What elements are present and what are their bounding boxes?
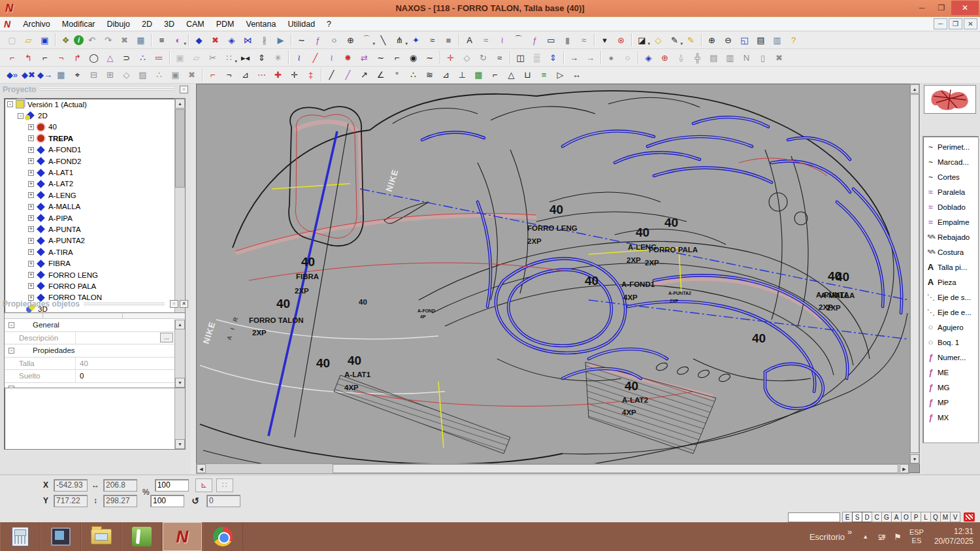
line-icon[interactable]: ╲ <box>375 33 391 48</box>
canvas-hscrollbar[interactable]: ◀ ▶ <box>196 463 909 474</box>
corner-arc1-icon[interactable]: ⌐ <box>4 50 20 65</box>
paste-icon[interactable]: ▱ <box>188 50 204 65</box>
tree-expander[interactable]: + <box>28 204 34 210</box>
section-row-general[interactable]: - General <box>5 319 185 332</box>
line-type-item[interactable]: ✎✎ Rebajado <box>923 229 978 244</box>
x-coordinate-field[interactable]: -542.93 <box>54 479 88 492</box>
tree-item[interactable]: + A-LAT1 <box>5 167 185 178</box>
rect-icon[interactable]: ▭ <box>543 33 559 48</box>
line-type-item[interactable]: ~ Perimet... <box>923 139 978 154</box>
taskbar-folder-button[interactable] <box>81 522 122 551</box>
tree-item[interactable]: + FORRO PALA <box>5 280 185 292</box>
layers-icon[interactable]: ≡ <box>154 33 170 48</box>
i-box-icon[interactable]: ▯ <box>755 50 771 65</box>
select-nodes-icon[interactable]: ∷ <box>221 50 237 65</box>
zoom-doc-icon[interactable]: ◱ <box>736 33 753 48</box>
rows-icon[interactable]: ▤ <box>706 50 722 65</box>
tree-item[interactable]: + A-FOND2 <box>5 156 185 167</box>
nodes2-icon[interactable]: ∴ <box>151 67 167 82</box>
line-type-item[interactable]: ≈ Doblado <box>923 199 978 214</box>
line-type-item[interactable]: ƒ MX <box>923 410 978 425</box>
pyramid-icon[interactable]: △ <box>102 50 118 65</box>
tree-item[interactable]: + A-LAT2 <box>5 178 185 190</box>
letter-toggle-button[interactable]: A <box>891 512 902 522</box>
scroll-right-arrow[interactable]: ▶ <box>900 464 909 473</box>
rotate-arc-icon[interactable]: ↻ <box>475 50 491 65</box>
suelto-value[interactable]: 0 <box>75 370 185 382</box>
tree-expander[interactable]: - <box>18 113 24 119</box>
scale-y-field[interactable]: 100 <box>150 495 184 507</box>
axis-origin-button[interactable]: ⊾ <box>195 478 212 492</box>
line-type-item[interactable]: ✎✎ Costura <box>923 244 978 259</box>
canvas-vscrollbar[interactable]: ▲ ▼ <box>909 84 920 464</box>
tree-expander[interactable]: - <box>7 101 13 107</box>
letter-toggle-button[interactable]: G <box>881 512 892 522</box>
height-field[interactable]: 298.27 <box>103 495 137 507</box>
letter-toggle-button[interactable]: D <box>862 512 872 522</box>
tree-expander[interactable]: + <box>28 192 34 198</box>
show-hidden-icons-button[interactable]: ▲ <box>862 533 868 540</box>
tree-item[interactable]: + A-FOND1 <box>5 144 185 156</box>
scroll-up-arrow[interactable]: ▲ <box>910 84 919 93</box>
letter-toggle-button[interactable]: M <box>940 512 951 522</box>
wave2-icon[interactable]: ≈ <box>576 33 592 48</box>
taskbar-pc-button[interactable] <box>41 522 81 551</box>
notch-icon[interactable]: ≀ <box>494 33 510 48</box>
copy-shape-icon[interactable]: ◫ <box>512 50 529 65</box>
props-scroll-up[interactable]: ▲ <box>175 320 185 329</box>
pin-icon[interactable]: ✛ <box>442 50 459 65</box>
cad-canvas[interactable]: 40FIBRA2XP40FORRO TALON2XP4040A-LAT14XP4… <box>196 84 920 473</box>
line-type-item[interactable]: ~ Marcad... <box>923 154 978 169</box>
delete-piece-icon[interactable]: ✖ <box>207 33 223 48</box>
line-type-item[interactable]: ○ Agujero <box>923 320 978 335</box>
menu-item[interactable]: Dibujo <box>101 18 136 30</box>
tree-item[interactable]: + TREPA <box>5 133 185 144</box>
line-type-item[interactable]: ~ Cortes <box>923 169 978 184</box>
three-dots-icon[interactable]: ∴ <box>405 67 421 82</box>
x3-icon[interactable]: ✖ <box>184 67 200 82</box>
dynamite-icon[interactable]: ✸ <box>340 50 356 65</box>
line-type-item[interactable]: ƒ ME <box>923 365 978 380</box>
corner-arc5-icon[interactable]: ↱ <box>69 50 86 65</box>
wave4-icon[interactable]: ≈ <box>491 50 508 65</box>
x2-icon[interactable]: ✖ <box>771 50 787 65</box>
menu-item[interactable]: Utilidad <box>282 18 321 30</box>
line-type-item[interactable]: ⋱ Eje de s... <box>923 290 978 305</box>
tree-item[interactable]: + FORRO LENG <box>5 269 185 280</box>
network-icon[interactable]: 🖳 <box>877 532 886 542</box>
properties-dock-button[interactable]: ▫ <box>170 300 178 308</box>
tree-item[interactable]: + A-PUNTA <box>5 224 185 235</box>
wave-icon[interactable]: ≈ <box>424 33 440 48</box>
diamond-go-icon[interactable]: ◈ <box>640 50 657 65</box>
line-type-item[interactable]: ≈ Paralela <box>923 184 978 199</box>
fly-icon[interactable]: ▶ <box>272 33 289 48</box>
menu-item[interactable]: CAM <box>180 18 210 30</box>
stamp-icon[interactable]: ▮ <box>559 33 576 48</box>
delete-icon[interactable]: ✖ <box>116 33 133 48</box>
line-type-item[interactable]: ≈ Empalme <box>923 214 978 229</box>
updown-diamonds-icon[interactable]: ⇕ <box>545 50 561 65</box>
tree-scrollbar[interactable]: ▲ ▼ <box>174 99 185 449</box>
ghost-figure-icon[interactable]: ▒ <box>529 50 545 65</box>
line-type-item[interactable]: ○ Boq. 1 <box>923 335 978 350</box>
curve-icon[interactable]: ∼ <box>293 33 310 48</box>
arrow-r-curve-icon[interactable]: → <box>582 50 598 65</box>
y-coordinate-field[interactable]: 717.22 <box>54 495 88 507</box>
tree-item[interactable]: + A-MALLA <box>5 201 185 212</box>
info-icon[interactable]: i <box>74 35 84 45</box>
tree-item[interactable]: + FIBRA <box>5 258 185 269</box>
mdi-minimize-button[interactable]: ─ <box>934 18 947 29</box>
tree-expander[interactable]: + <box>28 261 34 267</box>
tree-scroll-down[interactable]: ▼ <box>175 439 185 449</box>
letter-toggle-button[interactable]: V <box>950 512 960 522</box>
tree-expander[interactable]: + <box>28 158 34 164</box>
line-type-item[interactable]: A Talla pi... <box>923 259 978 275</box>
arrow-curve-icon[interactable]: → <box>566 50 582 65</box>
line-type-item[interactable]: ⋱ Eje de e... <box>923 305 978 320</box>
pen-yellow-icon[interactable]: ✎ <box>683 33 699 48</box>
tree-expander[interactable]: + <box>28 170 34 176</box>
line-type-item[interactable]: ƒ MP <box>923 395 978 410</box>
properties-scrollbar[interactable]: ▲ ▼ <box>174 320 185 388</box>
palette-icon[interactable]: ◐ <box>170 33 186 48</box>
minimize-button[interactable]: ─ <box>912 1 932 15</box>
